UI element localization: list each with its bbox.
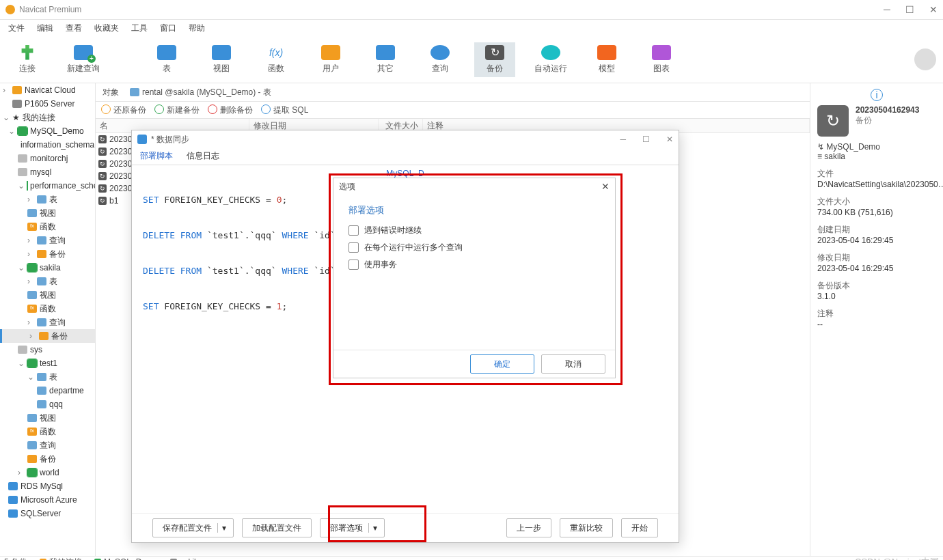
recompare-button[interactable]: 重新比较 (560, 518, 613, 537)
nav-db-monitorchj[interactable]: monitorchj (0, 152, 95, 165)
menu-help[interactable]: 帮助 (189, 23, 205, 34)
connection-tree: ›Navicat Cloud P1605 Server ⌄★我的连接 ⌄MySQ… (0, 83, 96, 556)
tool-function[interactable]: 函数 (256, 42, 297, 77)
nav-conn-sqlserver[interactable]: SQLServer (0, 507, 95, 520)
tool-backup[interactable]: 备份 (474, 42, 515, 77)
action-extract-sql[interactable]: 提取 SQL (261, 104, 308, 116)
menu-window[interactable]: 窗口 (160, 23, 176, 34)
deploy-options-button[interactable]: 部署选项▾ (320, 518, 385, 537)
user-avatar-icon[interactable] (914, 48, 936, 70)
load-profile-button[interactable]: 加载配置文件 (242, 518, 312, 537)
dsync-minimize-button[interactable]: ─ (620, 135, 626, 144)
lbl-size: 文件大小 (817, 196, 936, 208)
nav-conn-rds[interactable]: RDS MySql (0, 479, 95, 493)
chevron-down-icon[interactable]: ▾ (217, 523, 230, 533)
tool-view[interactable]: 视图 (201, 42, 242, 77)
nav-table-qqq[interactable]: qqq (0, 397, 95, 411)
nav-table-department[interactable]: departme (0, 384, 95, 397)
nav-perf-functions[interactable]: fx函数 (0, 220, 95, 234)
detail-title: 20230504162943 (856, 105, 919, 115)
previous-button[interactable]: 上一步 (506, 518, 551, 537)
nav-test1-functions[interactable]: fx函数 (0, 425, 95, 438)
window-maximize-button[interactable]: ☐ (905, 4, 914, 15)
start-button[interactable]: 开始 (621, 518, 658, 537)
nav-test1-queries[interactable]: 查询 (0, 438, 95, 452)
val-version: 3.1.0 (817, 292, 936, 301)
tool-query[interactable]: 查询 (420, 42, 461, 77)
tool-new-query[interactable]: 新建查询 (62, 42, 105, 77)
detail-conn: ↯ MySQL_Demo (817, 142, 936, 152)
nav-perf-queries[interactable]: ›查询 (0, 234, 95, 247)
lbl-modified: 修改日期 (817, 252, 936, 264)
nav-navicat-cloud[interactable]: ›Navicat Cloud (0, 83, 95, 97)
main-toolbar: 连接 新建查询 表 视图 函数 用户 其它 查询 备份 自动运行 模型 图表 (0, 36, 943, 83)
window-close-button[interactable]: ✕ (929, 4, 938, 15)
nav-mysql-demo[interactable]: ⌄MySQL_Demo (0, 124, 95, 138)
dsync-title: * 数据同步 (151, 134, 189, 145)
save-profile-button[interactable]: 保存配置文件▾ (152, 518, 234, 537)
breadcrumb-server[interactable]: MySQL_Demo (94, 557, 158, 560)
window-minimize-button[interactable]: ─ (884, 4, 890, 15)
nav-perf-views[interactable]: 视图 (0, 206, 95, 220)
opt-use-transaction[interactable]: 使用事务 (348, 259, 600, 270)
menu-fav[interactable]: 收藏夹 (94, 23, 119, 34)
tool-model[interactable]: 模型 (586, 42, 627, 77)
tool-automation[interactable]: 自动运行 (529, 42, 573, 77)
menu-view[interactable]: 查看 (66, 23, 82, 34)
nav-test1-backup[interactable]: 备份 (0, 452, 95, 466)
breadcrumb-db[interactable]: sakila (170, 557, 201, 560)
tool-other[interactable]: 其它 (365, 42, 406, 77)
nav-sakila-functions[interactable]: fx函数 (0, 302, 95, 316)
nav-sakila-queries[interactable]: ›查询 (0, 316, 95, 329)
opt-multi-query[interactable]: 在每个运行中运行多个查询 (348, 242, 600, 253)
nav-sakila-views[interactable]: 视图 (0, 288, 95, 302)
dsync-close-button[interactable]: ✕ (666, 135, 673, 144)
chevron-down-icon[interactable]: ▾ (368, 523, 381, 533)
action-new-backup[interactable]: 新建备份 (154, 104, 200, 116)
nav-sakila-tables[interactable]: ›表 (0, 275, 95, 288)
cancel-button[interactable]: 取消 (541, 354, 605, 374)
nav-db-world[interactable]: ›world (0, 466, 95, 479)
nav-perf-backup[interactable]: ›备份 (0, 247, 95, 261)
tool-table[interactable]: 表 (146, 42, 187, 77)
action-delete-backup[interactable]: 删除备份 (208, 104, 253, 116)
dsync-tab-log[interactable]: 信息日志 (185, 148, 221, 165)
nav-perf-tables[interactable]: ›表 (0, 193, 95, 206)
nav-my-connections[interactable]: ⌄★我的连接 (0, 111, 95, 124)
ok-button[interactable]: 确定 (470, 354, 534, 374)
close-icon[interactable]: ✕ (601, 181, 610, 192)
app-logo-icon (5, 5, 15, 14)
lbl-version: 备份版本 (817, 280, 936, 292)
menu-file[interactable]: 文件 (8, 23, 25, 34)
nav-db-information-schema[interactable]: information_schema (0, 138, 95, 152)
options-dialog-title: 选项 (339, 181, 355, 193)
opt-continue-on-error[interactable]: 遇到错误时继续 (348, 225, 600, 236)
nav-p1605-server[interactable]: P1605 Server (0, 97, 95, 111)
menu-bar: 文件 编辑 查看 收藏夹 工具 窗口 帮助 (0, 20, 943, 36)
nav-db-sakila[interactable]: ⌄sakila (0, 261, 95, 275)
nav-conn-azure[interactable]: Microsoft Azure (0, 493, 95, 507)
breadcrumb-my-conn[interactable]: 我的连接 (40, 557, 82, 561)
tab-rental[interactable]: rental @sakila (MySQL_Demo) - 表 (130, 87, 271, 98)
lbl-file: 文件 (817, 168, 936, 180)
menu-edit[interactable]: 编辑 (37, 23, 53, 34)
details-panel: i ↻ 20230504162943 备份 ↯ MySQL_Demo ≡ sak… (810, 83, 943, 556)
nav-test1-views[interactable]: 视图 (0, 411, 95, 425)
tool-user[interactable]: 用户 (310, 42, 351, 77)
lbl-created: 创建日期 (817, 224, 936, 236)
nav-db-performance-schema[interactable]: ⌄performance_schema (0, 179, 95, 193)
tab-objects[interactable]: 对象 (102, 87, 119, 98)
tool-connect[interactable]: 连接 (7, 42, 48, 77)
info-icon[interactable]: i (871, 89, 883, 101)
nav-db-sys[interactable]: sys (0, 343, 95, 356)
nav-test1-tables[interactable]: ⌄表 (0, 370, 95, 384)
nav-sakila-backup[interactable]: ›备份 (0, 329, 95, 343)
app-title: Navicat Premium (19, 5, 81, 14)
action-restore-backup[interactable]: 还原备份 (101, 104, 146, 116)
nav-db-mysql[interactable]: mysql (0, 165, 95, 179)
nav-db-test1[interactable]: ⌄test1 (0, 356, 95, 370)
tool-chart[interactable]: 图表 (641, 42, 682, 77)
dsync-maximize-button[interactable]: ☐ (642, 135, 650, 144)
dsync-tab-script[interactable]: 部署脚本 (139, 148, 174, 165)
menu-tools[interactable]: 工具 (131, 23, 148, 34)
